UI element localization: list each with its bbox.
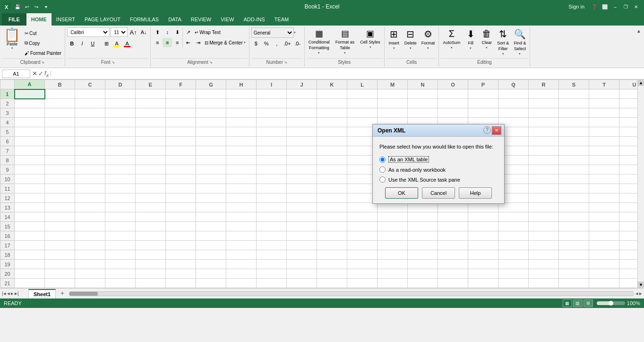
cell-I7[interactable] bbox=[257, 146, 287, 156]
ribbon-display-btn[interactable]: ⬜ bbox=[601, 2, 609, 11]
restore-btn[interactable]: ❐ bbox=[621, 2, 630, 11]
cell-Q3[interactable] bbox=[498, 108, 529, 118]
cell-A3[interactable] bbox=[15, 108, 45, 118]
conditional-formatting-button[interactable]: ▦ Conditional Formatting ▾ bbox=[307, 27, 332, 56]
cell-E16[interactable] bbox=[136, 231, 166, 241]
cell-D2[interactable] bbox=[105, 99, 136, 108]
row-num-12[interactable]: 12 bbox=[0, 193, 15, 203]
cell-C1[interactable] bbox=[75, 89, 105, 99]
cell-D19[interactable] bbox=[105, 260, 136, 269]
cell-K6[interactable] bbox=[317, 137, 347, 146]
cell-K21[interactable] bbox=[317, 279, 347, 288]
cell-F17[interactable] bbox=[166, 241, 196, 250]
cell-M20[interactable] bbox=[378, 269, 408, 279]
cell-T7[interactable] bbox=[589, 146, 619, 156]
cell-B5[interactable] bbox=[45, 127, 75, 137]
cell-U6[interactable] bbox=[619, 137, 638, 146]
cell-Q15[interactable] bbox=[498, 222, 529, 231]
dialog-close-btn[interactable]: ✕ bbox=[492, 126, 501, 135]
cell-G7[interactable] bbox=[196, 146, 226, 156]
cell-N3[interactable] bbox=[408, 108, 438, 118]
cell-J18[interactable] bbox=[287, 250, 317, 260]
cell-T1[interactable] bbox=[589, 89, 619, 99]
cell-O14[interactable] bbox=[438, 212, 468, 222]
cell-A19[interactable] bbox=[15, 260, 45, 269]
cell-J17[interactable] bbox=[287, 241, 317, 250]
cell-D4[interactable] bbox=[105, 118, 136, 127]
row-num-19[interactable]: 19 bbox=[0, 260, 15, 269]
cell-L17[interactable] bbox=[347, 241, 378, 250]
cell-U4[interactable] bbox=[619, 118, 638, 127]
cell-C7[interactable] bbox=[75, 146, 105, 156]
cell-C17[interactable] bbox=[75, 241, 105, 250]
cell-T12[interactable] bbox=[589, 193, 619, 203]
cell-L1[interactable] bbox=[347, 89, 378, 99]
cell-O21[interactable] bbox=[438, 279, 468, 288]
cell-A8[interactable] bbox=[15, 156, 45, 165]
cell-O15[interactable] bbox=[438, 222, 468, 231]
row-num-15[interactable]: 15 bbox=[0, 222, 15, 231]
help-icon[interactable]: ❓ bbox=[590, 2, 599, 11]
format-button[interactable]: ⚙ Format ▾ bbox=[420, 27, 437, 51]
bold-button[interactable]: B bbox=[67, 39, 77, 48]
cell-S7[interactable] bbox=[559, 146, 589, 156]
cell-D5[interactable] bbox=[105, 127, 136, 137]
cell-D1[interactable] bbox=[105, 89, 136, 99]
cell-P19[interactable] bbox=[468, 260, 498, 269]
cell-E12[interactable] bbox=[136, 193, 166, 203]
cell-F12[interactable] bbox=[166, 193, 196, 203]
cell-J4[interactable] bbox=[287, 118, 317, 127]
cell-H2[interactable] bbox=[226, 99, 257, 108]
cell-G8[interactable] bbox=[196, 156, 226, 165]
cell-K20[interactable] bbox=[317, 269, 347, 279]
cell-N21[interactable] bbox=[408, 279, 438, 288]
cell-J20[interactable] bbox=[287, 269, 317, 279]
cell-B8[interactable] bbox=[45, 156, 75, 165]
cell-S5[interactable] bbox=[559, 127, 589, 137]
text-direction-btn[interactable]: ↗ bbox=[183, 27, 193, 37]
delete-button[interactable]: ⊟ Delete ▾ bbox=[403, 27, 419, 51]
cell-A17[interactable] bbox=[15, 241, 45, 250]
cell-M2[interactable] bbox=[378, 99, 408, 108]
cell-Q1[interactable] bbox=[498, 89, 529, 99]
cell-H21[interactable] bbox=[226, 279, 257, 288]
cell-A7[interactable] bbox=[15, 146, 45, 156]
sheet-tab-sheet1[interactable]: Sheet1 bbox=[28, 289, 56, 298]
cell-F15[interactable] bbox=[166, 222, 196, 231]
cell-L2[interactable] bbox=[347, 99, 378, 108]
col-header-L[interactable]: L bbox=[347, 80, 378, 89]
row-num-14[interactable]: 14 bbox=[0, 212, 15, 222]
dialog-help-icon[interactable]: ? bbox=[483, 126, 491, 134]
cell-Q19[interactable] bbox=[498, 260, 529, 269]
cell-L3[interactable] bbox=[347, 108, 378, 118]
cell-F19[interactable] bbox=[166, 260, 196, 269]
cell-C15[interactable] bbox=[75, 222, 105, 231]
cell-T4[interactable] bbox=[589, 118, 619, 127]
cell-K19[interactable] bbox=[317, 260, 347, 269]
customize-quick-btn[interactable]: ▾ bbox=[42, 2, 50, 11]
cell-O19[interactable] bbox=[438, 260, 468, 269]
cell-T18[interactable] bbox=[589, 250, 619, 260]
cell-J2[interactable] bbox=[287, 99, 317, 108]
cell-J10[interactable] bbox=[287, 175, 317, 184]
cell-C19[interactable] bbox=[75, 260, 105, 269]
cell-I9[interactable] bbox=[257, 165, 287, 175]
cell-R21[interactable] bbox=[529, 279, 559, 288]
cell-E8[interactable] bbox=[136, 156, 166, 165]
cell-U20[interactable] bbox=[619, 269, 638, 279]
cell-S20[interactable] bbox=[559, 269, 589, 279]
col-header-A[interactable]: A bbox=[15, 80, 45, 89]
file-tab[interactable]: FILE bbox=[2, 13, 26, 26]
cell-J8[interactable] bbox=[287, 156, 317, 165]
fill-button[interactable]: ⬇ Fill ▾ bbox=[463, 27, 478, 51]
col-header-N[interactable]: N bbox=[408, 80, 438, 89]
cell-H3[interactable] bbox=[226, 108, 257, 118]
cell-T13[interactable] bbox=[589, 203, 619, 212]
col-header-I[interactable]: I bbox=[257, 80, 287, 89]
dialog-option-3[interactable]: Use the XML Source task pane bbox=[379, 176, 498, 183]
cell-P20[interactable] bbox=[468, 269, 498, 279]
cell-T16[interactable] bbox=[589, 231, 619, 241]
cell-S14[interactable] bbox=[559, 212, 589, 222]
cell-L16[interactable] bbox=[347, 231, 378, 241]
minimize-btn[interactable]: – bbox=[611, 2, 619, 11]
